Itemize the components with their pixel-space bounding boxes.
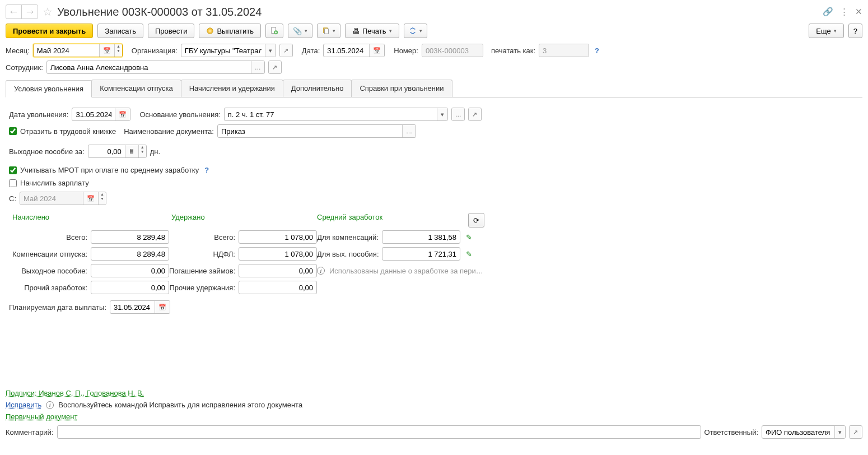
employee-select-button[interactable]: … [251,61,264,73]
accrued-vacation-field[interactable] [91,247,169,261]
accrued-total-input[interactable] [91,231,169,243]
withheld-ndfl-field[interactable] [239,247,317,261]
from-month-calendar-button: 📅 [83,192,98,205]
avg-comp-edit-icon[interactable]: ✎ [466,233,472,242]
avg-sev-input[interactable] [382,248,460,260]
severance-calc-button[interactable]: 🖩 [125,145,138,157]
basis-field[interactable]: ▾ [224,108,448,121]
print-as-help-icon[interactable]: ? [592,47,601,55]
org-field[interactable]: ▾ [181,44,276,57]
avg-comp-field[interactable] [382,230,460,244]
employee-field[interactable]: … [46,61,265,74]
tab-vacation-comp[interactable]: Компенсации отпуска [91,80,181,97]
basis-select-button[interactable]: … [451,108,465,121]
doc-name-input[interactable] [218,125,402,137]
related-docs-button[interactable]: ▾ [317,24,340,38]
doc-name-select-button[interactable]: … [402,125,416,137]
signatures-link[interactable]: Подписи: Иванов С. П., Голованова Н. В. [6,389,144,397]
help-button[interactable]: ? [848,24,862,38]
responsible-field[interactable]: ▾ [762,425,846,439]
planned-date-calendar-button[interactable]: 📅 [155,301,170,313]
responsible-dropdown-button[interactable]: ▾ [834,426,845,438]
org-input[interactable] [181,44,265,57]
tab-certificates[interactable]: Справки при увольнении [351,80,452,97]
create-based-on-button[interactable] [265,24,283,38]
employee-open-button[interactable]: ↗ [268,61,282,74]
tab-conditions[interactable]: Условия увольнения [6,80,92,97]
responsible-open-button[interactable]: ↗ [849,425,862,439]
reflect-workbook-checkbox[interactable] [9,127,17,135]
withheld-header: Удержано [171,213,317,227]
basis-open-button[interactable]: ↗ [468,108,482,121]
withheld-total-input[interactable] [239,231,316,243]
print-button[interactable]: 🖶 Печать ▾ [345,24,399,38]
dismissal-date-input[interactable] [72,108,115,120]
withheld-loans-input[interactable] [239,264,316,277]
month-input[interactable] [34,44,99,57]
month-field[interactable]: 📅 ▲▼ [33,44,123,57]
back-button[interactable]: 🡐 [6,5,22,18]
accrue-salary-checkbox[interactable] [9,179,17,187]
write-button[interactable]: Записать [97,24,143,38]
month-spinner[interactable]: ▲▼ [114,44,122,57]
accrued-other-field[interactable] [91,281,169,294]
dismissal-date-field[interactable]: 📅 [72,108,130,121]
post-button[interactable]: Провести [148,24,195,38]
withheld-loans-field[interactable] [239,264,317,277]
date-calendar-button[interactable]: 📅 [369,44,384,57]
calendar-icon-button[interactable]: 📅 [99,44,114,57]
avg-sev-field[interactable] [382,247,460,261]
withheld-ndfl-input[interactable] [239,248,316,260]
pay-button[interactable]: Выплатить [199,24,261,38]
org-dropdown-button[interactable]: ▾ [265,44,276,57]
date-field[interactable]: 📅 [323,44,385,57]
severance-spinner[interactable]: ▲▼ [138,145,146,157]
accrued-severance-field[interactable] [91,264,169,277]
severance-days-input[interactable] [88,145,125,157]
post-and-close-button[interactable]: Провести и закрыть [6,24,93,38]
more-label: Еще [816,27,830,35]
close-icon[interactable]: ✕ [855,7,862,17]
withheld-other-input[interactable] [239,281,316,294]
comment-field[interactable] [57,425,701,439]
forward-button[interactable]: 🡒 [22,5,38,18]
link-icon[interactable]: 🔗 [823,7,833,17]
refresh-calc-button[interactable]: ⟳ [468,213,484,227]
basis-dropdown-button[interactable]: ▾ [437,108,447,120]
coin-icon [206,27,214,35]
employee-input[interactable] [47,61,251,73]
mrot-help-icon[interactable]: ? [202,166,211,174]
more-button[interactable]: Еще▾ [809,24,843,38]
responsible-input[interactable] [762,426,834,438]
doc-name-field[interactable]: … [217,124,416,138]
nav-buttons: 🡐 🡒 [6,4,38,19]
attach-button[interactable]: 📎▾ [288,24,312,38]
planned-date-input[interactable] [110,301,155,313]
date-label: Дата: [302,47,320,55]
correct-link[interactable]: Исправить [6,401,41,409]
avg-comp-input[interactable] [382,231,460,243]
avg-sev-edit-icon[interactable]: ✎ [466,250,472,258]
withheld-other-field[interactable] [239,281,317,294]
primary-doc-link[interactable]: Первичный документ [6,412,77,421]
accrued-vacation-input[interactable] [91,248,169,260]
dismissal-date-calendar-button[interactable]: 📅 [115,108,130,120]
favorite-star-icon[interactable]: ☆ [43,5,53,18]
date-input[interactable] [324,44,369,57]
kebab-menu-icon[interactable]: ⋮ [840,7,848,17]
severance-days-field[interactable]: 🖩 ▲▼ [88,145,147,158]
tab-accruals[interactable]: Начисления и удержания [181,80,283,97]
accrued-other-label: Прочий заработок: [9,284,87,292]
planned-date-field[interactable]: 📅 [110,300,170,314]
tab-additional[interactable]: Дополнительно [283,80,352,97]
accrued-other-input[interactable] [91,281,169,294]
comment-input[interactable] [58,426,701,438]
accrued-total-field[interactable] [91,230,169,244]
number-label: Номер: [394,47,418,55]
mrot-checkbox[interactable] [9,166,17,174]
accrued-severance-input[interactable] [91,264,169,277]
org-open-button[interactable]: ↗ [279,44,293,57]
export-button[interactable]: ▾ [404,24,427,38]
withheld-total-field[interactable] [239,230,317,244]
basis-input[interactable] [225,108,437,120]
